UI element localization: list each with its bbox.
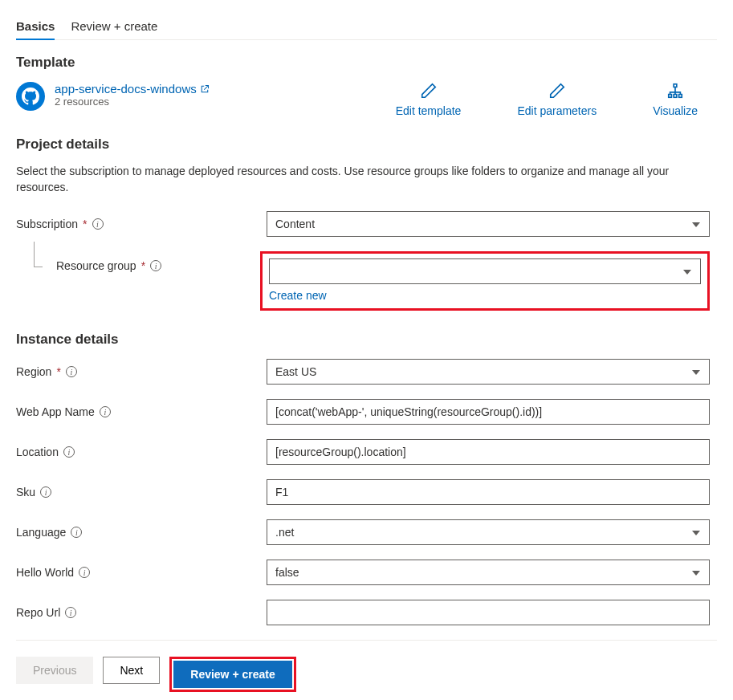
visualize-label: Visualize — [653, 104, 698, 117]
language-row: Language i — [16, 519, 717, 545]
required-marker: * — [56, 365, 60, 378]
edit-parameters-button[interactable]: Edit parameters — [517, 82, 597, 117]
edit-parameters-label: Edit parameters — [517, 104, 597, 117]
language-label: Language — [16, 526, 66, 539]
required-marker: * — [141, 259, 145, 272]
hierarchy-icon — [666, 82, 684, 100]
svg-rect-3 — [679, 95, 682, 98]
create-new-link[interactable]: Create new — [269, 289, 327, 302]
hello-row: Hello World i — [16, 560, 717, 585]
location-label: Location — [16, 446, 59, 458]
template-link-block: app-service-docs-windows 2 resources — [16, 82, 356, 111]
info-icon[interactable]: i — [100, 406, 111, 417]
required-marker: * — [83, 218, 87, 230]
tabs: Basics Review + create — [16, 0, 717, 40]
tab-review[interactable]: Review + create — [71, 13, 157, 39]
resource-group-select[interactable] — [269, 258, 701, 284]
info-icon[interactable]: i — [65, 607, 76, 618]
webapp-label: Web App Name — [16, 405, 95, 418]
previous-button: Previous — [16, 657, 93, 684]
resource-group-highlight: Create new — [260, 251, 710, 311]
github-icon — [16, 82, 45, 111]
info-icon[interactable]: i — [71, 527, 82, 538]
external-link-icon — [200, 84, 210, 94]
webapp-row: Web App Name i — [16, 399, 717, 425]
sku-input[interactable] — [267, 479, 710, 505]
template-link-text: app-service-docs-windows — [55, 82, 197, 96]
resource-group-row: Resource group * i Create new — [16, 251, 717, 311]
footer: Previous Next Review + create — [16, 640, 717, 700]
info-icon[interactable]: i — [150, 260, 161, 271]
info-icon[interactable]: i — [66, 366, 77, 377]
template-resources: 2 resources — [55, 96, 210, 108]
region-row: Region * i — [16, 359, 717, 385]
repo-input[interactable] — [267, 600, 710, 625]
edit-template-label: Edit template — [396, 104, 462, 117]
review-highlight: Review + create — [169, 657, 295, 692]
region-label: Region — [16, 365, 51, 378]
info-icon[interactable]: i — [63, 446, 75, 458]
info-icon[interactable]: i — [92, 218, 104, 230]
next-button[interactable]: Next — [103, 657, 160, 684]
location-row: Location i — [16, 439, 717, 465]
hello-select[interactable] — [267, 560, 710, 585]
language-select[interactable] — [267, 519, 710, 545]
project-details-description: Select the subscription to manage deploy… — [16, 164, 682, 195]
info-icon[interactable]: i — [40, 486, 51, 498]
review-create-button[interactable]: Review + create — [173, 661, 291, 688]
location-input[interactable] — [267, 439, 710, 465]
webapp-input[interactable] — [267, 399, 710, 425]
pencil-icon — [420, 82, 438, 100]
tab-basics[interactable]: Basics — [16, 13, 55, 39]
template-row: app-service-docs-windows 2 resources Edi… — [16, 82, 717, 117]
svg-rect-0 — [674, 84, 677, 88]
template-actions: Edit template Edit parameters Visualize — [396, 82, 698, 117]
subscription-label: Subscription — [16, 218, 78, 230]
edit-template-button[interactable]: Edit template — [396, 82, 462, 117]
svg-rect-1 — [669, 95, 672, 98]
project-details-heading: Project details — [16, 136, 717, 153]
repo-row: Repo Url i — [16, 600, 717, 625]
instance-details-heading: Instance details — [16, 332, 717, 348]
visualize-button[interactable]: Visualize — [653, 82, 698, 117]
resource-group-label: Resource group — [56, 259, 136, 272]
subscription-row: Subscription * i — [16, 211, 717, 237]
hello-label: Hello World — [16, 566, 74, 579]
template-link[interactable]: app-service-docs-windows — [55, 82, 210, 96]
pencil-icon — [548, 82, 566, 100]
sku-row: Sku i — [16, 479, 717, 505]
sku-label: Sku — [16, 486, 35, 499]
info-icon[interactable]: i — [79, 567, 90, 578]
svg-rect-2 — [674, 95, 677, 98]
region-select[interactable] — [267, 359, 710, 385]
template-heading: Template — [16, 55, 717, 71]
subscription-select[interactable] — [267, 211, 710, 237]
repo-label: Repo Url — [16, 606, 60, 619]
